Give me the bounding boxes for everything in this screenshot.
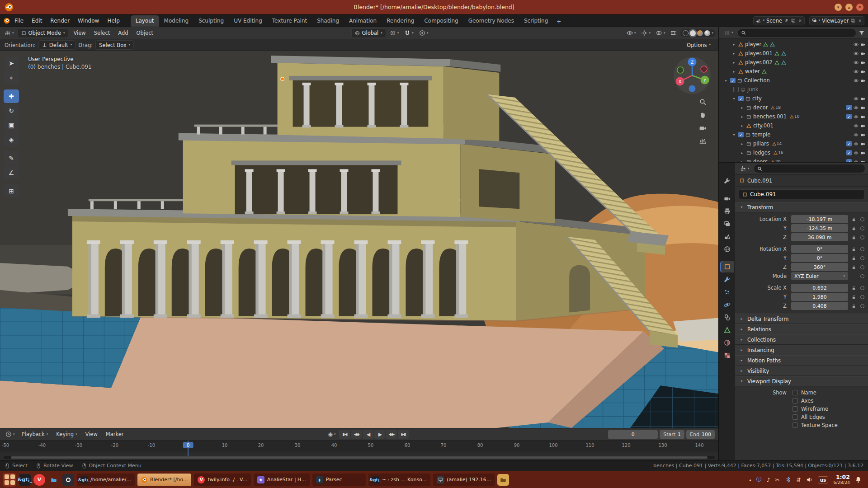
- scrollbar-thumb[interactable]: [11, 456, 708, 459]
- location-x-field[interactable]: -18.197 m: [791, 215, 848, 223]
- lock-icon[interactable]: [850, 265, 857, 270]
- maximize-button[interactable]: ▴: [845, 4, 853, 11]
- menu-playback[interactable]: Playback▾: [19, 430, 52, 439]
- task-konsole-zsh[interactable]: &gt;_~ : zsh — Konso...: [368, 474, 431, 486]
- collection-checkbox[interactable]: [846, 105, 852, 110]
- workspace-tab-scripting[interactable]: Scripting: [519, 15, 553, 27]
- folder-widget-button[interactable]: [497, 474, 509, 486]
- outliner-row-water[interactable]: ▸water: [719, 67, 868, 76]
- workspace-tab-shading[interactable]: Shading: [312, 15, 344, 27]
- frame-end-field[interactable]: End100: [686, 430, 715, 439]
- properties-tab-constraints[interactable]: [720, 312, 734, 323]
- viewlayer-selector[interactable]: ▾ ViewLayer ✕: [809, 16, 864, 25]
- properties-tab-tool[interactable]: [720, 175, 734, 187]
- lock-icon[interactable]: [850, 247, 857, 252]
- scale-y-field[interactable]: 1.980: [791, 293, 848, 301]
- info-tray-icon[interactable]: ⓘ: [756, 476, 762, 483]
- collection-checkbox[interactable]: [846, 114, 852, 119]
- hide-eye-icon[interactable]: [854, 78, 859, 83]
- keyboard-layout-indicator[interactable]: us: [818, 476, 829, 483]
- outliner-search-input[interactable]: [748, 30, 853, 36]
- animate-dot[interactable]: [860, 226, 864, 230]
- outliner-row-player-001[interactable]: ▸player.001: [719, 49, 868, 58]
- animate-dot[interactable]: [860, 304, 864, 308]
- tool-select-box[interactable]: ➤: [4, 56, 19, 70]
- frame-start-field[interactable]: Start1: [660, 430, 684, 439]
- hide-eye-icon[interactable]: [854, 132, 859, 137]
- rotation-y-field[interactable]: 0°: [791, 254, 848, 262]
- hide-eye-icon[interactable]: [854, 141, 859, 146]
- gizmos-dropdown[interactable]: ▾: [639, 29, 652, 37]
- shading-solid-button[interactable]: [690, 30, 696, 36]
- workspace-tab-layout[interactable]: Layout: [131, 15, 159, 27]
- task-remote-session[interactable]: (amalie) 192.16...: [433, 474, 495, 486]
- outliner-row-doors[interactable]: ▸doors20: [719, 157, 868, 162]
- zoom-icon[interactable]: [699, 98, 707, 106]
- outliner-row-city-001[interactable]: ▸city.001: [719, 121, 868, 130]
- collection-checkbox[interactable]: [846, 159, 852, 162]
- properties-tab-object[interactable]: [720, 261, 734, 272]
- shading-rendered-button[interactable]: [704, 30, 710, 36]
- app-launcher-button[interactable]: [3, 473, 16, 487]
- orientation-dropdown[interactable]: Default ▾: [38, 40, 76, 50]
- shading-material-button[interactable]: [697, 30, 703, 36]
- animate-dot[interactable]: [860, 274, 864, 278]
- menu-help[interactable]: Help: [104, 16, 123, 25]
- properties-tab-particles[interactable]: [720, 286, 734, 298]
- show-all-edges-checkbox[interactable]: [793, 414, 798, 420]
- hide-eye-icon[interactable]: [854, 42, 859, 47]
- pivot-point-dropdown[interactable]: ▾: [388, 29, 401, 37]
- viewport-canvas[interactable]: ➤ ⌖ ✚ ↻ ▣ ◈ ✎ ∠ ⊞ User Perspective (0): [0, 51, 718, 428]
- render-visibility-icon[interactable]: [860, 160, 865, 162]
- play-reverse-button[interactable]: ◀: [363, 430, 373, 439]
- rotation-mode-dropdown[interactable]: XYZ Euler▾: [791, 272, 848, 280]
- task-analiestar[interactable]: ★AnalieStar | H...: [254, 474, 310, 486]
- location-y-field[interactable]: -124.35 m: [791, 224, 848, 232]
- blender-menu-icon[interactable]: [4, 18, 10, 24]
- timeline-editor-type-button[interactable]: ▾: [4, 430, 17, 438]
- outliner-row-junk[interactable]: junk: [719, 85, 868, 94]
- lock-icon[interactable]: [850, 286, 857, 291]
- notifications-bell-icon[interactable]: [855, 476, 862, 483]
- object-name-field[interactable]: Cube.091: [739, 189, 864, 199]
- collection-checkbox[interactable]: [738, 132, 744, 137]
- pin-icon[interactable]: [784, 18, 789, 23]
- hide-eye-icon[interactable]: [854, 123, 859, 128]
- files-launcher-icon[interactable]: [48, 474, 60, 486]
- workspace-tab-modeling[interactable]: Modeling: [159, 15, 194, 27]
- new-viewlayer-icon[interactable]: [850, 18, 855, 23]
- timeline-track[interactable]: [0, 452, 718, 460]
- task-vivaldi[interactable]: Vtwily.info -/ - V...: [194, 474, 250, 486]
- instancing-section[interactable]: ▸Instancing: [735, 345, 868, 355]
- scale-z-field[interactable]: 0.408: [791, 302, 848, 310]
- workspace-tab-rendering[interactable]: Rendering: [382, 15, 419, 27]
- minimize-button[interactable]: ▾: [835, 4, 842, 11]
- menu-edit[interactable]: Edit: [28, 16, 46, 25]
- proportional-editing-dropdown[interactable]: ▾: [417, 29, 430, 37]
- render-visibility-icon[interactable]: [860, 123, 865, 128]
- tool-measure[interactable]: ∠: [4, 166, 19, 179]
- tool-cursor[interactable]: ⌖: [4, 71, 19, 84]
- unlink-scene-icon[interactable]: ✕: [797, 19, 802, 23]
- scale-x-field[interactable]: 0.692: [791, 284, 848, 292]
- tool-scale[interactable]: ▣: [4, 118, 19, 132]
- outliner-row-city[interactable]: ▾city: [719, 94, 868, 103]
- tool-move[interactable]: ✚: [4, 89, 19, 103]
- playhead-badge[interactable]: 0: [183, 442, 193, 448]
- properties-tab-modifiers[interactable]: [720, 274, 734, 285]
- tray-expand-icon[interactable]: ▴: [749, 478, 751, 482]
- chevron-down-icon[interactable]: ▾: [712, 32, 713, 35]
- properties-tab-view-layer[interactable]: [720, 218, 734, 230]
- render-visibility-icon[interactable]: [860, 96, 865, 101]
- play-button[interactable]: ▶: [374, 430, 385, 439]
- clock-widget[interactable]: 1:02 6/28/24: [833, 474, 850, 485]
- collection-checkbox[interactable]: [733, 87, 739, 92]
- navigation-gizmo[interactable]: X Y Z: [672, 56, 712, 95]
- xray-toggle[interactable]: [669, 29, 679, 37]
- show-wireframe-checkbox[interactable]: [793, 406, 798, 412]
- overlays-dropdown[interactable]: ▾: [654, 29, 667, 37]
- animate-dot[interactable]: [860, 217, 864, 221]
- workspace-tab-uv-editing[interactable]: UV Editing: [229, 15, 267, 27]
- drag-dropdown[interactable]: Select Box ▾: [95, 40, 134, 50]
- outliner-row-player[interactable]: ▸player: [719, 40, 868, 49]
